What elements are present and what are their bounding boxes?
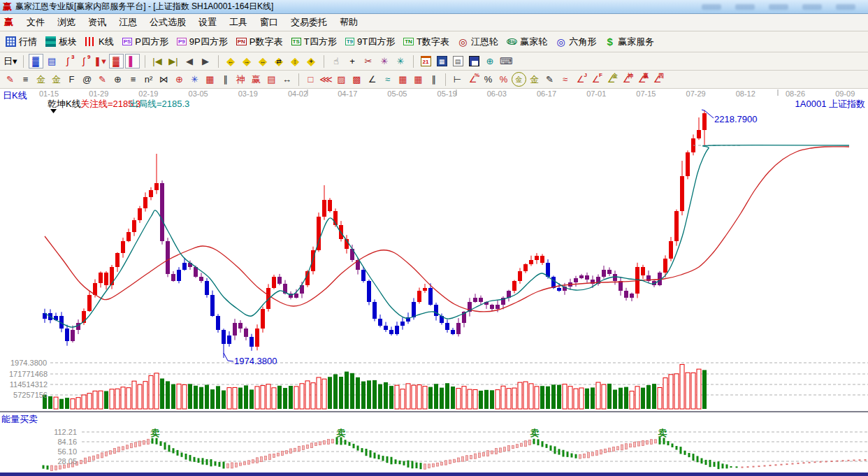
main-chart[interactable]: 01-1501-2902-1903-0503-1904-0204-1705-05…	[0, 89, 868, 476]
wave-3-button[interactable]: ∫3	[61, 54, 75, 68]
gold-hash-button[interactable]: 金	[527, 72, 542, 87]
percent-button[interactable]: %	[481, 72, 496, 87]
save-disk-button[interactable]	[467, 54, 482, 68]
shen-tool-button[interactable]: 神	[233, 72, 248, 87]
hand-drag-button[interactable]: ☝	[329, 54, 344, 68]
fib-f-button[interactable]: F	[64, 72, 79, 87]
gold-wave-button[interactable]: ≈	[558, 72, 572, 87]
web-box-button[interactable]: ▩	[349, 72, 364, 87]
net-globe-button[interactable]: ⊕	[483, 54, 498, 68]
menu-item-9[interactable]: 帮助	[333, 15, 364, 30]
volume-bar	[149, 375, 153, 409]
angle-j-button[interactable]: ∠J	[573, 72, 588, 87]
spiral-button[interactable]: @	[80, 72, 94, 87]
web-grid-button[interactable]: ▦	[203, 72, 217, 87]
hash-lines-2-button[interactable]: ≡	[126, 72, 140, 87]
toolbar-item-t-square[interactable]: TST四方形	[291, 36, 337, 48]
toolbar-item-winner-wheel[interactable]: Big赢家轮	[507, 36, 547, 48]
grid-b-button[interactable]: ▦	[411, 72, 426, 87]
percent-angle-button[interactable]: ∠%	[465, 72, 480, 87]
gold-line-b-button[interactable]: 金	[49, 72, 64, 87]
kline-style-label[interactable]: 乾坤K线	[48, 99, 81, 109]
diamond-cross-button[interactable]: ◆+	[304, 54, 319, 68]
gold-circle-button[interactable]: 金	[512, 72, 526, 87]
step-back-button[interactable]: ◀	[182, 54, 197, 68]
stamp-teal-button[interactable]: ✳	[393, 54, 408, 68]
win-tool-button[interactable]: 赢	[249, 72, 263, 87]
angle-shen-button[interactable]: ∠神	[619, 72, 634, 87]
toolbar-item-gann-wheel[interactable]: ◎江恩轮	[458, 36, 498, 48]
toolbar-item-9p-square[interactable]: P99P四方形	[177, 36, 228, 48]
cycle-circle-button[interactable]: ⊕	[110, 72, 125, 87]
toolbar-item-kline[interactable]: K线	[85, 36, 114, 48]
diamond-right-button[interactable]: ◆→	[240, 54, 254, 68]
scale-steps-button[interactable]: ⊢	[450, 72, 465, 87]
diamond-v-arrows-button[interactable]: ◆↕	[288, 54, 303, 68]
pattern-red-button[interactable]: ▓	[109, 54, 124, 68]
fan-box-button[interactable]: ▨	[334, 72, 349, 87]
diamond-left-button[interactable]: ◆←	[224, 54, 238, 68]
angle-lines-button[interactable]: ∠	[365, 72, 379, 87]
info-doc-button[interactable]: ▤	[45, 54, 59, 68]
toolbar-item-p-number-table[interactable]: PNP数字表	[236, 36, 283, 48]
menu-item-4[interactable]: 公式选股	[143, 15, 192, 30]
toolbar-item-hexagon[interactable]: ◎六角形	[556, 36, 596, 48]
menu-item-7[interactable]: 窗口	[254, 15, 284, 30]
menu-item-1[interactable]: 浏览	[51, 15, 82, 30]
kline-style-dropdown-icon[interactable]	[50, 109, 57, 113]
wave-9-button[interactable]: ∫9	[77, 54, 92, 68]
diamond-h-expand-button[interactable]: ◆↔	[256, 54, 270, 68]
hash-lines-button[interactable]: ≡	[18, 72, 33, 87]
stamp-purple-button[interactable]: ✳	[377, 54, 392, 68]
calendar-21-button[interactable]: 21	[419, 54, 433, 68]
angle-si-button[interactable]: ∠四	[650, 72, 665, 87]
menu-bar: 赢 文件浏览资讯江恩公式选股设置工具窗口交易委托帮助	[0, 14, 868, 31]
period-day-button[interactable]: 日▾	[3, 54, 18, 68]
notepad-button[interactable]: ▤	[451, 54, 465, 68]
menu-item-0[interactable]: 文件	[20, 15, 51, 30]
menu-item-3[interactable]: 江恩	[113, 15, 143, 30]
bar-count-button[interactable]: ∥	[218, 72, 233, 87]
menu-item-8[interactable]: 交易委托	[284, 15, 333, 30]
toolbar-item-9t-square[interactable]: T99T四方形	[345, 36, 396, 48]
indicator-bar-down	[407, 461, 410, 468]
toolbar-item-market-quotes[interactable]: 行情	[6, 36, 37, 48]
crosshair-button[interactable]: +	[345, 54, 360, 68]
toolbar-item-winner-service[interactable]: $赢家服务	[605, 36, 654, 48]
menu-item-5[interactable]: 设置	[192, 15, 223, 30]
skip-end-button[interactable]: ▶|	[166, 54, 181, 68]
toolbar-item-t-number-table[interactable]: TNT数字表	[403, 36, 449, 48]
pencil-angle-button[interactable]: ✎	[95, 72, 110, 87]
grid-a-button[interactable]: ▦	[396, 72, 410, 87]
angle-win-button[interactable]: ∠赢	[635, 72, 649, 87]
angle-f-button[interactable]: ∠F	[588, 72, 603, 87]
price-scissors-button[interactable]: ✂	[361, 54, 376, 68]
wave-lines-button[interactable]: ≈	[380, 72, 395, 87]
gold-line-a-button[interactable]: 金	[34, 72, 48, 87]
n-squared-button[interactable]: n²	[141, 72, 156, 87]
diamond-h-compress-button[interactable]: ◆⇄	[272, 54, 287, 68]
width-arrows-button[interactable]: ↔	[280, 72, 294, 87]
step-forward-button[interactable]: ▶	[198, 54, 213, 68]
parallel-lines-button[interactable]: ∥	[426, 72, 441, 87]
ruler-grid-button[interactable]: ▤	[264, 72, 279, 87]
pattern-blue-button[interactable]: ▓	[29, 54, 43, 68]
histogram-button[interactable]: ▌	[125, 54, 140, 68]
toolbar-item-p-square[interactable]: PSP四方形	[122, 36, 168, 48]
skip-start-button[interactable]: |◀	[150, 54, 165, 68]
workstation-button[interactable]: ⌨	[499, 54, 514, 68]
toolbar-item-sector-blocks[interactable]: 板块	[45, 36, 77, 48]
candle-style-button[interactable]: ❚▾	[93, 54, 108, 68]
pencil-button[interactable]: ✎	[3, 72, 17, 87]
fan-lines-button[interactable]: ⋘	[319, 72, 333, 87]
menu-item-6[interactable]: 工具	[223, 15, 254, 30]
pencil-bar-button[interactable]: ✎	[542, 72, 557, 87]
percent-line-button[interactable]: %	[496, 72, 511, 87]
calculator-button[interactable]: ▦	[435, 54, 449, 68]
star-grid-button[interactable]: ✳	[187, 72, 202, 87]
target-circle-button[interactable]: ⊕	[172, 72, 187, 87]
rect-box-button[interactable]: □	[303, 72, 318, 87]
menu-item-2[interactable]: 资讯	[82, 15, 113, 30]
mirror-angle-button[interactable]: ⋈	[157, 72, 171, 87]
angle-gold-button[interactable]: ∠金	[604, 72, 619, 87]
